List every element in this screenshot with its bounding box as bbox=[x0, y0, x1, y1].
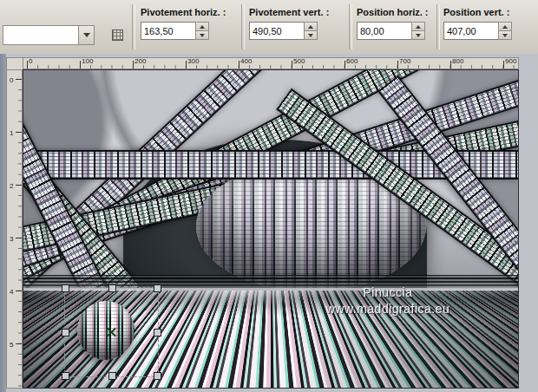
toolbar-separator bbox=[436, 4, 440, 49]
ruler-label: 5 bbox=[10, 342, 13, 349]
pivot-horiz-spin-up-icon[interactable] bbox=[195, 22, 209, 31]
ruler-label: 100 bbox=[82, 58, 93, 65]
selection-handle-e[interactable] bbox=[154, 329, 161, 336]
selection-handle-w[interactable] bbox=[62, 329, 69, 336]
watermark: Pinuccia www.maddigrafica.eu bbox=[288, 285, 488, 316]
ruler-label: 0 bbox=[29, 58, 32, 65]
pivot-vert-spin-up-icon[interactable] bbox=[304, 22, 318, 31]
tool-options-toolbar: Pivotement horiz. : Pivotement vert. : P… bbox=[0, 0, 538, 55]
ruler-label: 2 bbox=[10, 183, 13, 190]
position-horiz-spin-up-icon[interactable] bbox=[411, 22, 425, 31]
selection-handle-s[interactable] bbox=[108, 372, 116, 380]
vertical-ruler: 0 1 2 3 4 5 bbox=[6, 69, 23, 389]
position-vert-spin-up-icon[interactable] bbox=[498, 22, 512, 31]
dropdown-arrow-icon[interactable] bbox=[78, 26, 94, 44]
selection-handle-ne[interactable] bbox=[154, 284, 161, 292]
ruler-label: 700 bbox=[399, 58, 410, 65]
toolbar-separator bbox=[241, 4, 245, 49]
position-vert-label: Position vert. : bbox=[443, 7, 512, 17]
ruler-label: 400 bbox=[240, 58, 252, 65]
pivot-horiz-input[interactable] bbox=[141, 22, 195, 40]
selection-bounding-box[interactable] bbox=[64, 287, 159, 377]
position-vert-input[interactable] bbox=[443, 22, 498, 40]
ruler-label: 3 bbox=[10, 236, 13, 243]
image-canvas[interactable]: Pinuccia www.maddigrafica.eu bbox=[23, 69, 519, 389]
position-horiz-label: Position horiz. : bbox=[357, 7, 429, 17]
ruler-label: 4 bbox=[10, 289, 13, 296]
ruler-label: 1 bbox=[10, 130, 13, 137]
selection-handle-se[interactable] bbox=[154, 372, 161, 380]
pivot-vert-input[interactable] bbox=[249, 22, 304, 40]
position-vert-group: Position vert. : bbox=[443, 0, 512, 40]
grid-icon bbox=[112, 29, 123, 41]
pivot-horiz-group: Pivotement horiz. : bbox=[141, 0, 226, 40]
position-horiz-group: Position horiz. : bbox=[357, 0, 429, 40]
ruler-label: 300 bbox=[187, 58, 199, 65]
position-horiz-spin-down-icon[interactable] bbox=[411, 31, 425, 40]
watermark-url: www.maddigrafica.eu bbox=[288, 302, 488, 316]
ruler-label: 800 bbox=[452, 58, 463, 65]
selection-handle-nw[interactable] bbox=[62, 284, 69, 292]
pivot-horiz-spinner bbox=[195, 22, 209, 40]
horizontal-ruler: 0 100 200 300 400 500 600 700 800 900 bbox=[23, 57, 519, 69]
pivot-center-marker[interactable] bbox=[107, 328, 116, 337]
selection-handle-n[interactable] bbox=[108, 284, 116, 292]
ruler-label: 500 bbox=[293, 58, 305, 65]
position-horiz-field bbox=[357, 22, 429, 40]
position-horiz-spinner bbox=[411, 22, 425, 40]
ruler-label: 600 bbox=[346, 58, 358, 65]
pivot-vert-label: Pivotement vert. : bbox=[249, 7, 329, 17]
pivot-horiz-label: Pivotement horiz. : bbox=[141, 7, 226, 17]
position-vert-spin-down-icon[interactable] bbox=[498, 31, 512, 40]
pivot-vert-spin-down-icon[interactable] bbox=[304, 31, 318, 40]
toolbar-separator bbox=[132, 4, 135, 49]
ruler-label: 900 bbox=[505, 58, 516, 65]
watermark-name: Pinuccia bbox=[288, 285, 488, 299]
window-left-edge bbox=[0, 54, 6, 392]
selection-handle-sw[interactable] bbox=[62, 372, 69, 380]
pivot-horiz-spin-down-icon[interactable] bbox=[195, 31, 209, 40]
position-horiz-input[interactable] bbox=[357, 22, 411, 40]
pivot-horiz-field bbox=[141, 22, 226, 40]
pivot-vert-group: Pivotement vert. : bbox=[249, 0, 329, 40]
preset-dropdown[interactable] bbox=[3, 25, 95, 45]
position-vert-spinner bbox=[498, 22, 512, 40]
ruler-label: 200 bbox=[134, 58, 146, 65]
pivot-vert-spinner bbox=[304, 22, 318, 40]
ruler-label: 0 bbox=[10, 77, 13, 84]
position-vert-field bbox=[443, 22, 512, 40]
pivot-vert-field bbox=[249, 22, 329, 40]
transform-options-icon[interactable] bbox=[108, 26, 127, 43]
canvas-area: 0 100 200 300 400 500 600 700 800 900 0 … bbox=[0, 54, 538, 392]
toolbar-separator bbox=[349, 4, 352, 49]
